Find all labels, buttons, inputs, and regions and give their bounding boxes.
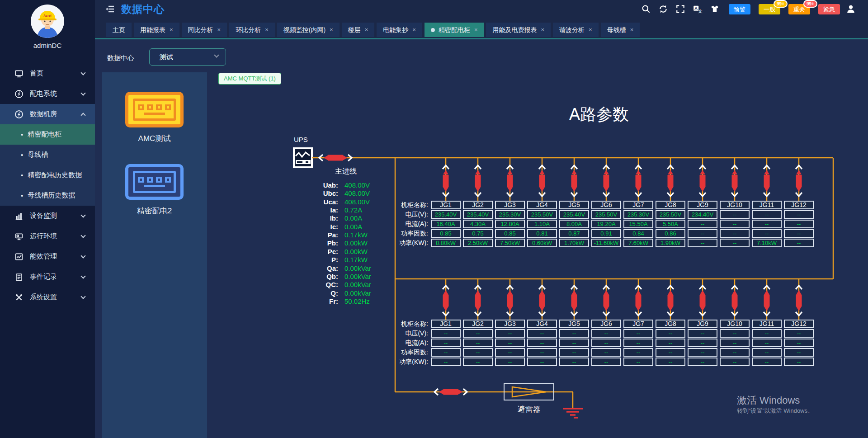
branch-breaker-symbol — [796, 279, 802, 320]
cabinet-name-cell: JG7 — [623, 201, 653, 209]
tab-用能报表[interactable]: 用能报表× — [134, 23, 179, 37]
translate-icon[interactable]: A文 — [693, 4, 703, 14]
cabinet-value-cell: -- — [431, 329, 461, 338]
table-row-label: 机柜名称: — [371, 320, 428, 328]
tab-母线槽[interactable]: 母线槽× — [601, 23, 640, 37]
datacenter-select[interactable]: 测试 — [149, 48, 226, 66]
tab-电能集抄[interactable]: 电能集抄× — [377, 23, 422, 37]
bullet-icon: • — [21, 131, 23, 138]
sidebar-item-运行环境[interactable]: 运行环境 — [0, 226, 95, 246]
cabinet-name-cell: JG2 — [463, 320, 493, 328]
diagram-title: A路参数 — [540, 104, 658, 126]
alarm-button-预警[interactable]: 预警 — [729, 4, 750, 14]
device-card-amc[interactable]: AMC测试 — [102, 92, 207, 144]
branch-breaker-symbol — [603, 279, 609, 320]
tab-close-icon[interactable]: × — [330, 23, 333, 37]
tab-label: 楼层 — [348, 23, 361, 37]
tab-主页[interactable]: 主页 — [106, 23, 132, 37]
cabinet-value-cell: -- — [784, 210, 814, 219]
tab-视频监控(内网)[interactable]: 视频监控(内网)× — [277, 23, 340, 37]
reading-label: Ic: — [271, 223, 338, 231]
tab-同比分析[interactable]: 同比分析× — [182, 23, 227, 37]
tab-close-icon[interactable]: × — [365, 23, 368, 37]
user-icon[interactable] — [845, 4, 856, 14]
feed-reading-row: Uab:408.00V — [271, 181, 398, 189]
app-window: Acrel adminDC 首页配电系统数据机房•精密配电柜•母线槽•精密配电历… — [0, 0, 868, 438]
reading-value: 0.17kW — [344, 256, 368, 264]
breaker-symbol — [434, 389, 467, 395]
branch-breaker-symbol — [699, 158, 706, 201]
tab-close-icon[interactable]: × — [630, 23, 634, 37]
tab-楼层[interactable]: 楼层× — [342, 23, 375, 37]
bullet-icon: • — [21, 151, 23, 159]
feed-reading-row: Fr:50.02Hz — [271, 297, 398, 306]
sidebar-item-事件记录[interactable]: 事件记录 — [0, 267, 95, 287]
tab-环比分析[interactable]: 环比分析× — [229, 23, 275, 37]
tab-label: 环比分析 — [236, 23, 261, 37]
tab-谐波分析[interactable]: 谐波分析× — [553, 23, 599, 37]
tab-close-icon[interactable]: × — [412, 23, 416, 37]
cabinet-name-cell: JG7 — [623, 320, 653, 328]
cabinet-value-cell: -11.60kW — [591, 239, 621, 247]
sidebar-subitem-母线槽历史数据[interactable]: •母线槽历史数据 — [0, 185, 95, 206]
cabinet-value-cell: -- — [591, 358, 621, 366]
alarm-button-紧急[interactable]: 紧急 — [818, 4, 840, 14]
sidebar-item-label: 能效管理 — [30, 252, 57, 261]
cabinet-name-cell: JG3 — [495, 320, 525, 328]
sidebar-subitem-母线槽[interactable]: •母线槽 — [0, 145, 95, 165]
alarm-button-重要[interactable]: 重要99+ — [788, 4, 810, 14]
windows-activation-subtitle: 转到“设置”以激活 Windows。 — [737, 407, 813, 415]
search-icon[interactable] — [641, 4, 651, 14]
device-name: AMC测试 — [102, 133, 207, 144]
sidebar-subitem-label: 精密配电柜 — [28, 130, 61, 139]
collapse-menu-icon[interactable] — [105, 4, 115, 14]
tab-精密配电柜[interactable]: 精密配电柜× — [425, 23, 484, 37]
cabinet-value-cell: 7.10kW — [752, 239, 782, 247]
cabinet-value-cell: 0.60kW — [527, 239, 557, 247]
sidebar-item-首页[interactable]: 首页 — [0, 63, 95, 84]
refresh-icon[interactable] — [658, 4, 668, 14]
cabinet-value-cell: 235.40V — [463, 210, 493, 219]
cabinet-value-cell: 235.30V — [623, 210, 653, 219]
cabinet-name-cell: JG10 — [720, 320, 750, 328]
sidebar-item-系统设置[interactable]: 系统设置 — [0, 287, 95, 307]
tab-close-icon[interactable]: × — [217, 23, 221, 37]
device-group-tag[interactable]: AMC MQTT测试 (1) — [218, 73, 281, 85]
cabinet-value-cell: -- — [688, 339, 717, 347]
branch-breaker-symbol — [667, 158, 674, 201]
avatar[interactable]: Acrel — [31, 5, 64, 38]
feed-reading-row: Qa:0.00kVar — [271, 264, 398, 273]
tab-close-icon[interactable]: × — [589, 23, 592, 37]
cabinet-value-cell: 7.50kW — [495, 239, 525, 247]
cabinet-column-JG7: JG7235.30V15.50A0.847.60kW — [623, 201, 653, 248]
cabinet-column-JG9: JG9234.40V------ — [688, 201, 717, 248]
tab-close-icon[interactable]: × — [474, 23, 478, 37]
sidebar-item-数据机房[interactable]: 数据机房 — [0, 104, 95, 124]
cabinet-value-cell: -- — [623, 339, 653, 347]
table-row-label: 电流(A): — [371, 339, 428, 347]
cabinet-value-cell: 235.40V — [559, 210, 589, 219]
cabinet-value-cell: -- — [591, 339, 621, 347]
user-profile[interactable]: Acrel adminDC — [0, 5, 95, 49]
cabinet-value-cell: 0.84 — [623, 229, 653, 238]
sidebar-subitem-精密配电柜[interactable]: •精密配电柜 — [0, 124, 95, 145]
sidebar-item-能效管理[interactable]: 能效管理 — [0, 246, 95, 267]
cabinet-value-cell: 0.87 — [559, 229, 589, 238]
cabinet-value-cell: -- — [623, 329, 653, 338]
theme-icon[interactable] — [710, 4, 720, 14]
alarm-button-一般[interactable]: 一般99+ — [759, 4, 780, 14]
tab-用能及电费报表[interactable]: 用能及电费报表× — [486, 23, 551, 37]
cabinet-value-cell: 0.75 — [463, 229, 493, 238]
monitor-icon — [14, 69, 24, 78]
cabinet-column-JG6: JG6-------- — [591, 320, 621, 367]
fullscreen-icon[interactable] — [675, 4, 685, 14]
tab-close-icon[interactable]: × — [541, 23, 544, 37]
cabinet-value-cell: 235.50V — [527, 210, 557, 219]
device-card-jmpd2[interactable]: 精密配电2 — [102, 164, 207, 216]
sidebar-item-配电系统[interactable]: 配电系统 — [0, 84, 95, 104]
sidebar-subitem-精密配电历史数据[interactable]: •精密配电历史数据 — [0, 165, 95, 185]
svg-text:Acrel: Acrel — [43, 14, 52, 17]
sidebar-item-设备监测[interactable]: 设备监测 — [0, 206, 95, 226]
tab-close-icon[interactable]: × — [170, 23, 173, 37]
tab-close-icon[interactable]: × — [265, 23, 269, 37]
